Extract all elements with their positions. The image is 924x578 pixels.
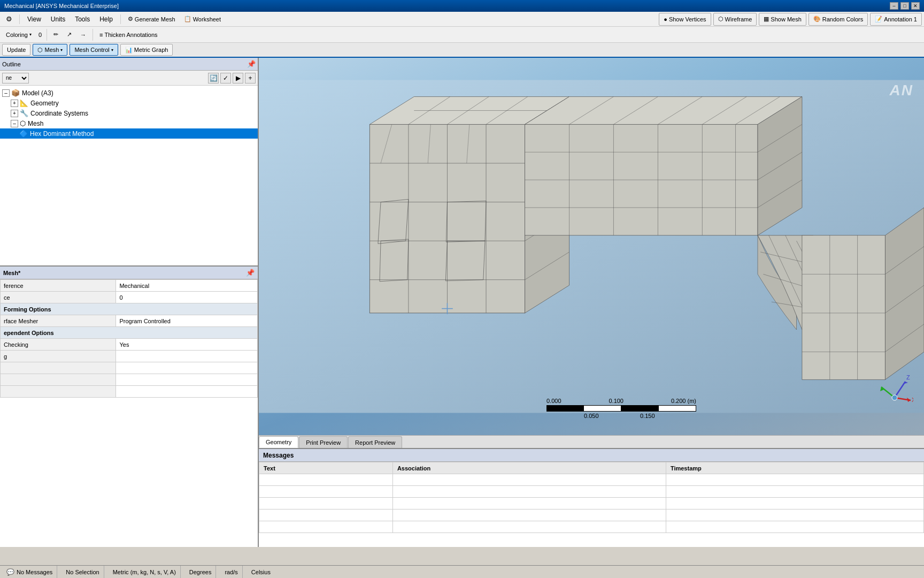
update-label: Update — [7, 47, 26, 53]
messages-col-association: Association — [392, 462, 666, 474]
tree-btn-1[interactable]: 🔄 — [208, 73, 219, 83]
generate-mesh-btn[interactable]: ⚙ Generate Mesh — [124, 12, 179, 26]
mesh-btn[interactable]: ⬡ Mesh ▾ — [33, 44, 67, 56]
toolbar2: Coloring ▾ 0 ✏ ↗ → ≡ Thicken Annotations — [0, 27, 924, 43]
axis-indicator: Z X — [876, 371, 908, 403]
draw-tool-1[interactable]: ✏ — [50, 28, 62, 42]
annotation-label: Annotation 1 — [884, 16, 917, 22]
logo-btn[interactable]: ⚙ — [2, 12, 16, 26]
tree-item-mesh[interactable]: – ⬡ Mesh — [0, 118, 258, 128]
table-row: ce 0 — [1, 292, 258, 303]
menu-view[interactable]: View — [23, 14, 45, 25]
left-panel: Outline 📌 ne 🔄 ✓ ▶ + – 📦 Model (A3) — [0, 58, 259, 547]
title-bar: Mechanical [ANSYS Mechanical Enterprise]… — [0, 0, 924, 12]
show-vertices-icon: ● — [664, 16, 667, 22]
wireframe-btn[interactable]: ⬡ Wireframe — [713, 13, 757, 26]
scale-sublabels: 0.050 0.150 — [546, 413, 696, 419]
tree-expand-geometry[interactable]: + — [11, 100, 18, 107]
maximize-button[interactable]: □ — [900, 2, 909, 10]
prop-value-surface[interactable]: Program Controlled — [116, 315, 258, 327]
main-container: Outline 📌 ne 🔄 ✓ ▶ + – 📦 Model (A3) — [0, 58, 924, 547]
tree-btn-4[interactable]: + — [245, 73, 256, 83]
minimize-button[interactable]: – — [890, 2, 898, 10]
messages-panel: Messages Text Association Timestamp — [259, 448, 924, 547]
metric-graph-btn[interactable]: 📊 Metric Graph — [120, 44, 173, 56]
tab-bar: Geometry Print Preview Report Preview — [259, 435, 924, 448]
show-vertices-btn[interactable]: ● Show Vertices — [659, 13, 711, 26]
tab-geometry[interactable]: Geometry — [259, 436, 298, 448]
svg-marker-53 — [885, 208, 924, 379]
annotation-btn[interactable]: 📝 Annotation 1 — [870, 13, 922, 26]
no-selection-label: No Selection — [66, 569, 99, 575]
annotation-icon: 📝 — [875, 16, 882, 22]
tree-item-model[interactable]: – 📦 Model (A3) — [0, 88, 258, 98]
viewport[interactable]: AN — [259, 58, 924, 435]
menu-tools[interactable]: Tools — [71, 14, 94, 25]
scale-block-4 — [658, 405, 696, 412]
prop-value-g — [116, 351, 258, 362]
prop-value-checking[interactable]: Yes — [116, 339, 258, 351]
mesh-control-dropdown-icon: ▾ — [111, 48, 113, 52]
tree-item-hexdom[interactable]: 🔷 Hex Dominant Method — [0, 128, 258, 139]
messages-header-row: Text Association Timestamp — [259, 462, 924, 474]
thicken-btn[interactable]: ≡ Thicken Annotations — [96, 28, 161, 42]
tree-btn-2[interactable]: ✓ — [220, 73, 231, 83]
show-mesh-btn[interactable]: ▦ Show Mesh — [759, 13, 806, 26]
props-panel: Mesh* 📌 ference Mechanical ce 0 Forming … — [0, 267, 258, 547]
geometry-label: Geometry — [30, 100, 59, 107]
tab-print-preview[interactable]: Print Preview — [299, 436, 348, 448]
hexdom-label: Hex Dominant Method — [30, 130, 94, 138]
mesh-3d-view — [259, 58, 924, 435]
tree-btn-3[interactable]: ▶ — [233, 73, 243, 83]
app-title: Mechanical [ANSYS Mechanical Enterprise] — [4, 3, 119, 9]
svg-marker-64 — [903, 382, 908, 384]
table-row — [1, 386, 258, 398]
table-row: g — [1, 351, 258, 362]
random-colors-icon: 🎨 — [813, 16, 821, 22]
thicken-label: Thicken Annotations — [105, 32, 158, 38]
menu-help[interactable]: Help — [95, 14, 117, 25]
tree-panel: Outline 📌 ne 🔄 ✓ ▶ + – 📦 Model (A3) — [0, 58, 258, 267]
table-row: ference Mechanical — [1, 280, 258, 292]
tab-report-preview[interactable]: Report Preview — [348, 436, 402, 448]
tree-content: – 📦 Model (A3) + 📐 Geometry + 🔧 Coordina… — [0, 86, 258, 141]
status-celsius: Celsius — [247, 566, 275, 578]
scale-block-2 — [583, 405, 621, 412]
close-button[interactable]: ✕ — [911, 2, 920, 10]
tree-item-geometry[interactable]: + 📐 Geometry — [0, 98, 258, 108]
prop-value-ference[interactable]: Mechanical — [116, 280, 258, 292]
random-colors-label: Random Colors — [822, 16, 863, 22]
tree-expand-mesh[interactable]: – — [11, 120, 18, 127]
scale-label-1: 0.100 — [609, 398, 623, 404]
random-colors-btn[interactable]: 🎨 Random Colors — [808, 13, 868, 26]
svg-point-71 — [892, 395, 897, 400]
coloring-btn[interactable]: Coloring ▾ — [2, 28, 35, 42]
props-pin-icon[interactable]: 📌 — [246, 269, 255, 277]
metric-graph-icon: 📊 — [125, 47, 133, 54]
update-btn[interactable]: Update — [2, 44, 30, 56]
menu-units[interactable]: Units — [47, 14, 70, 25]
prop-value-ce[interactable]: 0 — [116, 292, 258, 303]
window-controls: – □ ✕ — [890, 2, 920, 10]
tree-expand-model[interactable]: – — [2, 89, 10, 97]
pin-icon[interactable]: 📌 — [247, 60, 256, 68]
status-no-selection: No Selection — [61, 566, 104, 578]
no-messages-label: No Messages — [17, 569, 52, 575]
mesh-control-label: Mesh Control — [74, 47, 109, 53]
draw-tool-2[interactable]: ↗ — [63, 28, 75, 42]
scale-label-05: 0.050 — [584, 413, 599, 419]
mesh-control-btn[interactable]: Mesh Control ▾ — [70, 44, 118, 56]
mesh-dropdown-icon: ▾ — [60, 48, 63, 52]
tree-expand-coord[interactable]: + — [11, 110, 18, 117]
table-row-section-dependent: ependent Options — [1, 327, 258, 339]
draw-tool-3[interactable]: → — [76, 28, 90, 42]
tree-filter-select[interactable]: ne — [2, 73, 29, 83]
status-degrees: Degrees — [185, 566, 217, 578]
model-icon: 📦 — [11, 89, 20, 97]
hexdom-icon: 🔷 — [19, 130, 28, 138]
mesh-tree-icon: ⬡ — [20, 119, 26, 127]
worksheet-btn[interactable]: 📋 Worksheet — [180, 12, 225, 26]
tree-item-coord[interactable]: + 🔧 Coordinate Systems — [0, 108, 258, 118]
tab-report-label: Report Preview — [355, 439, 395, 446]
scale-block-1 — [546, 405, 583, 412]
